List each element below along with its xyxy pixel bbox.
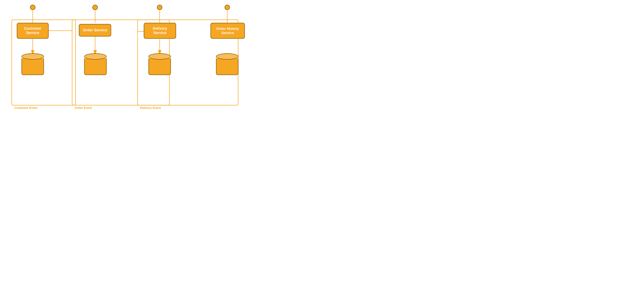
- query-db: QueryDB: [216, 53, 238, 84]
- architecture-diagram: Customer Event Order Event Delivery Even…: [7, 3, 255, 117]
- svg-text:Customer Event: Customer Event: [14, 106, 38, 110]
- customer-service-box: Customer Service: [17, 23, 49, 39]
- delivery-service-box: Delivery Service: [144, 23, 176, 39]
- svg-text:Order Event: Order Event: [75, 106, 92, 110]
- orderhistory-service-box: Order History Service: [210, 23, 245, 39]
- orderhistory-lollipop: [224, 5, 230, 10]
- order-lollipop: [92, 5, 98, 10]
- svg-text:Delivery Event: Delivery Event: [140, 106, 161, 110]
- customer-db: CustomerDB: [22, 53, 44, 84]
- customer-lollipop: [30, 5, 36, 10]
- order-service-box: Order Service: [79, 24, 111, 36]
- order-db: OrderDB: [84, 53, 107, 84]
- delivery-db: DeliveryDB: [148, 53, 171, 84]
- delivery-lollipop: [157, 5, 162, 10]
